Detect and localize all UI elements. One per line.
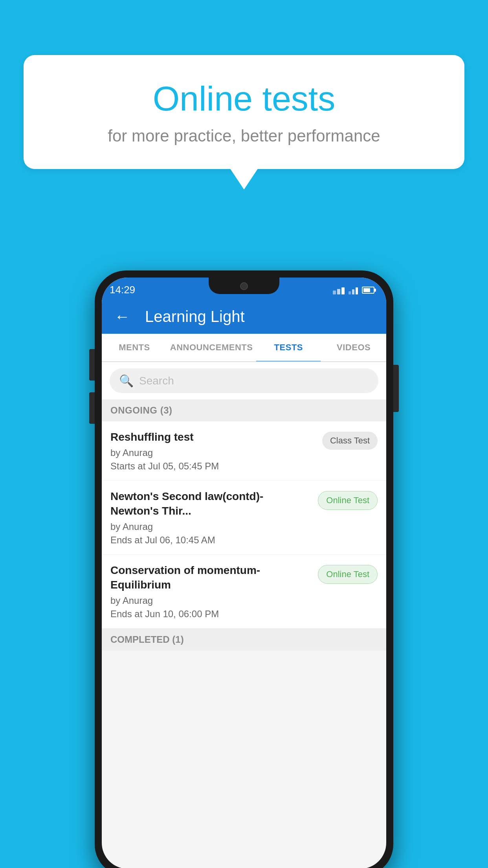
battery-fill bbox=[363, 288, 370, 292]
test-date-1: Starts at Jul 05, 05:45 PM bbox=[110, 461, 314, 472]
speech-bubble: Online tests for more practice, better p… bbox=[24, 55, 464, 169]
search-icon: 🔍 bbox=[119, 374, 134, 388]
test-date-3: Ends at Jun 10, 06:00 PM bbox=[110, 609, 310, 620]
tabs-container: MENTS ANNOUNCEMENTS TESTS VIDEOS bbox=[102, 334, 386, 362]
test-info-3: Conservation of momentum-Equilibrium by … bbox=[110, 563, 318, 620]
search-input-wrapper[interactable]: 🔍 Search bbox=[110, 368, 378, 393]
bubble-subtitle: for more practice, better performance bbox=[55, 127, 433, 145]
status-time: 14:29 bbox=[110, 284, 135, 296]
phone-notch bbox=[209, 278, 279, 294]
tab-announcements[interactable]: ANNOUNCEMENTS bbox=[167, 334, 256, 361]
front-camera bbox=[240, 282, 248, 290]
test-author-1: by Anurag bbox=[110, 447, 314, 458]
test-badge-3: Online Test bbox=[318, 565, 378, 584]
signal-icon bbox=[349, 286, 358, 294]
test-item[interactable]: Reshuffling test by Anurag Starts at Jul… bbox=[102, 421, 386, 481]
tab-tests[interactable]: TESTS bbox=[256, 334, 321, 361]
test-title-1: Reshuffling test bbox=[110, 430, 314, 444]
app-bar-title: Learning Light bbox=[145, 308, 245, 326]
test-date-2: Ends at Jul 06, 10:45 AM bbox=[110, 535, 310, 546]
wifi-icon bbox=[333, 286, 345, 294]
speech-bubble-container: Online tests for more practice, better p… bbox=[24, 55, 464, 169]
test-list: Reshuffling test by Anurag Starts at Jul… bbox=[102, 421, 386, 629]
test-badge-1: Class Test bbox=[322, 432, 378, 450]
phone-frame: 14:29 bbox=[95, 270, 393, 868]
test-author-2: by Anurag bbox=[110, 521, 310, 532]
test-title-3: Conservation of momentum-Equilibrium bbox=[110, 563, 310, 592]
battery-icon bbox=[362, 287, 374, 294]
test-info-1: Reshuffling test by Anurag Starts at Jul… bbox=[110, 430, 322, 472]
status-icons bbox=[333, 286, 374, 294]
volume-down-button bbox=[89, 392, 95, 424]
power-button bbox=[393, 365, 399, 412]
search-placeholder: Search bbox=[139, 375, 174, 387]
tab-videos[interactable]: VIDEOS bbox=[321, 334, 386, 361]
test-item[interactable]: Conservation of momentum-Equilibrium by … bbox=[102, 555, 386, 629]
back-button[interactable]: ← bbox=[111, 305, 133, 329]
test-author-3: by Anurag bbox=[110, 595, 310, 606]
bubble-title: Online tests bbox=[55, 79, 433, 119]
search-container: 🔍 Search bbox=[102, 362, 386, 399]
test-info-2: Newton's Second law(contd)-Newton's Thir… bbox=[110, 489, 318, 546]
tab-ments[interactable]: MENTS bbox=[102, 334, 167, 361]
test-title-2: Newton's Second law(contd)-Newton's Thir… bbox=[110, 489, 310, 518]
ongoing-section-header: ONGOING (3) bbox=[102, 399, 386, 421]
completed-section-header: COMPLETED (1) bbox=[102, 629, 386, 651]
test-badge-2: Online Test bbox=[318, 491, 378, 510]
app-bar: ← Learning Light bbox=[102, 299, 386, 334]
phone-screen: 14:29 bbox=[102, 278, 386, 868]
test-item[interactable]: Newton's Second law(contd)-Newton's Thir… bbox=[102, 481, 386, 555]
volume-up-button bbox=[89, 349, 95, 381]
